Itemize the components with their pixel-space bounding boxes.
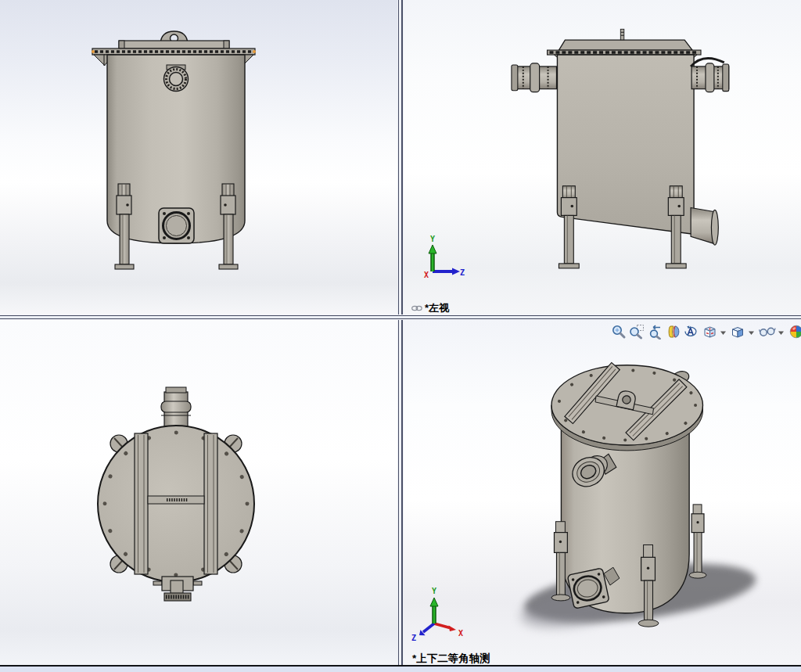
- viewport-splitter-horizontal[interactable]: [0, 314, 801, 320]
- hide-show-items-icon[interactable]: [758, 324, 777, 341]
- isometric-view-drawing: [404, 320, 801, 665]
- zoom-to-fit-icon[interactable]: [611, 324, 627, 341]
- front-view-drawing: [0, 0, 397, 314]
- viewport-splitter-vertical[interactable]: [397, 0, 404, 665]
- view-label-isometric-view: *上下二等角轴测: [412, 652, 490, 666]
- left-view-drawing: [404, 0, 801, 314]
- previous-view-icon[interactable]: [647, 324, 663, 341]
- viewport-left-view[interactable]: [404, 0, 801, 314]
- viewport-front-view[interactable]: [0, 0, 397, 314]
- view-label-left-view: *左视: [411, 301, 449, 315]
- viewport-top-view[interactable]: [0, 320, 397, 665]
- view-label-text: *上下二等角轴测: [412, 652, 490, 666]
- status-bar-edge: [0, 665, 801, 672]
- hide-show-items-dropdown[interactable]: [778, 324, 785, 341]
- link-icon: [411, 304, 422, 312]
- top-view-drawing: [0, 320, 397, 665]
- zoom-to-area-icon[interactable]: [629, 324, 645, 341]
- display-style-dropdown[interactable]: [748, 324, 755, 341]
- rotate-view-icon[interactable]: [683, 324, 699, 341]
- display-style-icon[interactable]: [730, 324, 745, 341]
- view-orientation-dropdown[interactable]: [720, 324, 727, 341]
- edit-appearance-icon[interactable]: [788, 324, 801, 341]
- view-label-text: *左视: [425, 301, 449, 315]
- view-orientation-icon[interactable]: [702, 324, 717, 341]
- section-view-icon[interactable]: [666, 324, 681, 341]
- heads-up-view-toolbar: [610, 322, 801, 343]
- viewport-isometric-view[interactable]: [404, 320, 801, 665]
